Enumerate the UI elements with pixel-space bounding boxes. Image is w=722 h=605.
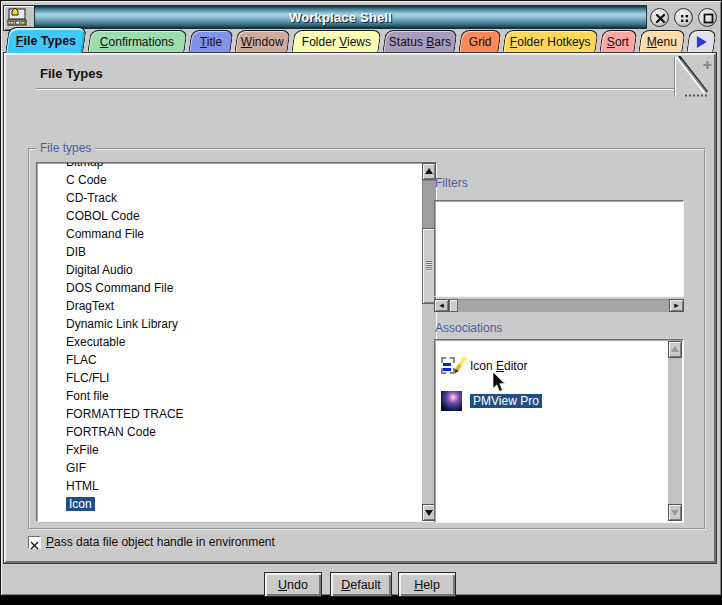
- tab-sort[interactable]: Sort: [599, 30, 637, 52]
- file-type-item-label: DragText: [66, 299, 114, 313]
- file-types-group-label: File types: [36, 141, 95, 155]
- window-title: Workplace Shell: [35, 10, 646, 25]
- tab-label: Title: [200, 35, 222, 49]
- filters-h-scrollbar[interactable]: ◂ ▸: [434, 299, 684, 312]
- file-type-item-label: Font file: [66, 389, 109, 403]
- titlebar-gradient[interactable]: Workplace Shell: [34, 5, 647, 29]
- association-item[interactable]: Icon Editor: [435, 354, 683, 389]
- tab-window[interactable]: Window: [234, 30, 290, 52]
- icon-editor-icon: [441, 356, 462, 376]
- association-item[interactable]: PMView Pro: [435, 389, 683, 424]
- scroll-right-button[interactable]: ▸: [669, 299, 684, 312]
- tab-label: Status Bars: [389, 35, 451, 49]
- x-icon: [651, 9, 670, 28]
- file-type-item-label: COBOL Code: [66, 209, 140, 223]
- file-type-item-label: Digital Audio: [66, 263, 133, 277]
- scrollbar-thumb[interactable]: [449, 299, 458, 312]
- tab-confirmations[interactable]: Confirmations: [87, 30, 187, 52]
- next-page-arrow-icon: [696, 36, 706, 48]
- file-type-item[interactable]: DIB: [37, 243, 436, 261]
- file-type-item[interactable]: Font file: [37, 387, 436, 405]
- up-arrow-icon: [671, 346, 679, 352]
- file-type-item-label: FLAC: [66, 353, 97, 367]
- tab-label: Grid: [469, 35, 492, 49]
- file-type-item[interactable]: CD-Track: [37, 189, 436, 207]
- checkbox-label[interactable]: Pass data file object handle in environm…: [46, 535, 275, 549]
- tab-grid[interactable]: Grid: [458, 30, 501, 52]
- scroll-up-button[interactable]: [422, 163, 436, 180]
- undo-button[interactable]: Undo: [264, 572, 322, 597]
- tab-next-page[interactable]: [686, 30, 716, 52]
- file-type-item[interactable]: COBOL Code: [37, 207, 436, 225]
- associations-label: Associations: [435, 321, 502, 335]
- file-type-item-label: Dynamic Link Library: [66, 317, 178, 331]
- tab-label: Folder Views: [302, 35, 371, 49]
- tab-label: Menu: [647, 35, 677, 49]
- help-button[interactable]: Help: [398, 572, 456, 597]
- scroll-down-button-disabled: [668, 504, 682, 521]
- file-type-item-label: C Code: [66, 173, 107, 187]
- file-type-item-label: FxFile: [66, 443, 99, 457]
- file-type-item[interactable]: Digital Audio: [37, 261, 436, 279]
- file-type-item-label: Icon: [66, 497, 95, 511]
- tab-label: Confirmations: [100, 35, 174, 49]
- file-type-item-label: DOS Command File: [66, 281, 173, 295]
- pass-handle-checkbox[interactable]: [28, 536, 41, 549]
- tab-menu[interactable]: Menu: [638, 30, 685, 52]
- titlebar[interactable]: Workplace Shell: [3, 5, 719, 29]
- scrollbar-track: [668, 358, 682, 504]
- file-type-item[interactable]: Dynamic Link Library: [37, 315, 436, 333]
- file-type-item-label: Bitmap: [66, 162, 103, 169]
- associations-list: Icon EditorPMView Pro: [435, 340, 683, 424]
- hide-button[interactable]: [674, 8, 693, 27]
- tab-folder-hotkeys[interactable]: Folder Hotkeys: [502, 30, 598, 52]
- file-type-item-label: FORMATTED TRACE: [66, 407, 184, 421]
- file-type-item[interactable]: C Code: [37, 171, 436, 189]
- default-button[interactable]: Default: [330, 572, 392, 597]
- tab-file-types[interactable]: File Types: [5, 27, 87, 53]
- close-button[interactable]: [650, 8, 669, 27]
- file-type-item[interactable]: Bitmap: [37, 162, 436, 171]
- tab-label: Sort: [607, 35, 629, 49]
- file-type-item-label: FLC/FLI: [66, 371, 109, 385]
- maximize-button[interactable]: [698, 8, 717, 27]
- associations-listbox[interactable]: Icon EditorPMView Pro: [434, 339, 684, 523]
- thumb-grip: [426, 261, 432, 271]
- file-type-item[interactable]: HTML: [37, 477, 436, 495]
- file-type-item[interactable]: Executable: [37, 333, 436, 351]
- heading-divider: [36, 88, 674, 90]
- down-arrow-icon: [425, 510, 433, 516]
- filters-listbox[interactable]: [434, 200, 684, 297]
- file-type-item[interactable]: GIF: [37, 459, 436, 477]
- tab-title[interactable]: Title: [188, 30, 233, 52]
- file-type-item-label: Executable: [66, 335, 125, 349]
- pmview-pro-icon: [441, 391, 462, 411]
- file-type-item[interactable]: FLC/FLI: [37, 369, 436, 387]
- file-type-item[interactable]: FORTRAN Code: [37, 423, 436, 441]
- file-type-item[interactable]: DOS Command File: [37, 279, 436, 297]
- associations-scrollbar: [668, 341, 682, 521]
- file-type-item-label: FORTRAN Code: [66, 425, 156, 439]
- tab-status-bars[interactable]: Status Bars: [382, 30, 457, 52]
- settings-notebook-icon: [4, 6, 33, 28]
- tab-label: Window: [241, 35, 284, 49]
- file-type-item-label: HTML: [66, 479, 99, 493]
- scroll-left-button[interactable]: ◂: [434, 299, 449, 312]
- file-type-item[interactable]: DragText: [37, 297, 436, 315]
- file-type-item-label: Command File: [66, 227, 144, 241]
- file-types-listbox[interactable]: BitmapC CodeCD-TrackCOBOL CodeCommand Fi…: [36, 162, 437, 522]
- file-type-item[interactable]: FxFile: [37, 441, 436, 459]
- tab-label: File Types: [16, 34, 76, 48]
- file-type-item[interactable]: FLAC: [37, 351, 436, 369]
- association-item-label: PMView Pro: [470, 394, 542, 408]
- file-type-item[interactable]: Icon: [37, 495, 436, 513]
- tab-label: Folder Hotkeys: [510, 35, 591, 49]
- file-types-list: BitmapC CodeCD-TrackCOBOL CodeCommand Fi…: [37, 162, 436, 513]
- scroll-up-button-disabled: [668, 341, 682, 358]
- dots-icon: [675, 9, 694, 28]
- tab-folder-views[interactable]: Folder Views: [291, 30, 381, 52]
- file-type-item[interactable]: Command File: [37, 225, 436, 243]
- page-turn-corner-icon[interactable]: [676, 56, 714, 102]
- file-type-item[interactable]: FORMATTED TRACE: [37, 405, 436, 423]
- page-heading: File Types: [40, 66, 103, 81]
